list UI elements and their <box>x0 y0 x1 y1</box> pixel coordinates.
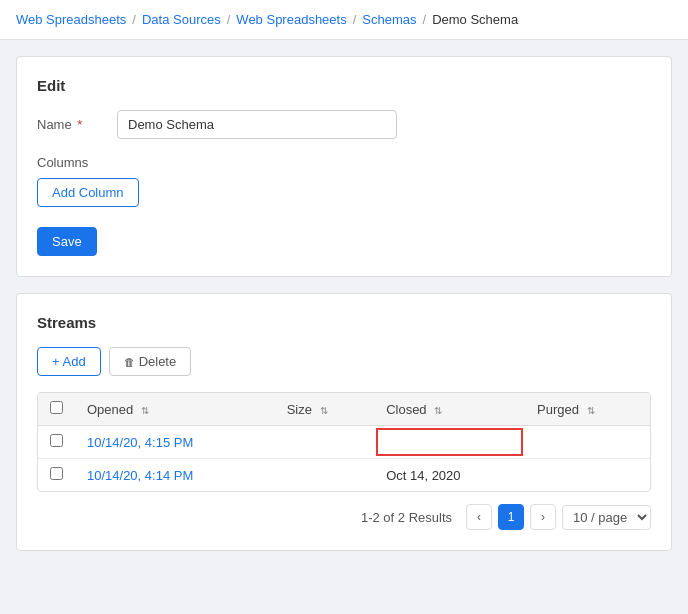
breadcrumb-sep-4: / <box>423 12 427 27</box>
row2-closed: Oct 14, 2020 <box>374 459 525 492</box>
row1-checkbox[interactable] <box>50 434 63 447</box>
trash-icon: 🗑 <box>124 356 135 368</box>
next-page-button[interactable]: › <box>530 504 556 530</box>
table-row: 10/14/20, 4:14 PM Oct 14, 2020 <box>38 459 650 492</box>
prev-page-button[interactable]: ‹ <box>466 504 492 530</box>
page-1-button[interactable]: 1 <box>498 504 524 530</box>
row1-checkbox-cell <box>38 426 75 459</box>
row1-opened[interactable]: 10/14/20, 4:15 PM <box>75 426 275 459</box>
row2-checkbox-cell <box>38 459 75 492</box>
header-purged: Purged ⇅ <box>525 393 650 426</box>
page-content: Edit Name * Columns Add Column Save Stre… <box>0 40 688 567</box>
row2-size <box>275 459 375 492</box>
streams-toolbar: + Add 🗑 Delete <box>37 347 651 376</box>
breadcrumb-schemas[interactable]: Schemas <box>362 12 416 27</box>
header-size: Size ⇅ <box>275 393 375 426</box>
required-star: * <box>74 117 83 132</box>
breadcrumb: Web Spreadsheets / Data Sources / Web Sp… <box>0 0 688 40</box>
header-opened: Opened ⇅ <box>75 393 275 426</box>
delete-stream-button[interactable]: 🗑 Delete <box>109 347 192 376</box>
add-column-button[interactable]: Add Column <box>37 178 139 207</box>
streams-table-body: 10/14/20, 4:15 PM 10/14/20, 4:14 PM <box>38 426 650 492</box>
row1-closed <box>374 426 525 459</box>
breadcrumb-sep-2: / <box>227 12 231 27</box>
name-form-row: Name * <box>37 110 651 139</box>
name-input[interactable] <box>117 110 397 139</box>
name-label: Name * <box>37 117 117 132</box>
purged-sort-icon[interactable]: ⇅ <box>587 405 595 416</box>
streams-table-wrapper: Opened ⇅ Size ⇅ Closed ⇅ Purged <box>37 392 651 492</box>
breadcrumb-sep-3: / <box>353 12 357 27</box>
edit-card: Edit Name * Columns Add Column Save <box>16 56 672 277</box>
closed-sort-icon[interactable]: ⇅ <box>434 405 442 416</box>
results-text: 1-2 of 2 Results <box>361 510 452 525</box>
save-button[interactable]: Save <box>37 227 97 256</box>
breadcrumb-data-sources[interactable]: Data Sources <box>142 12 221 27</box>
edit-title: Edit <box>37 77 651 94</box>
row1-purged <box>525 426 650 459</box>
breadcrumb-current: Demo Schema <box>432 12 518 27</box>
streams-card: Streams + Add 🗑 Delete Opened <box>16 293 672 551</box>
add-stream-button[interactable]: + Add <box>37 347 101 376</box>
breadcrumb-web-spreadsheets-2[interactable]: Web Spreadsheets <box>236 12 346 27</box>
streams-table: Opened ⇅ Size ⇅ Closed ⇅ Purged <box>38 393 650 491</box>
size-sort-icon[interactable]: ⇅ <box>320 405 328 416</box>
page-size-select[interactable]: 10 / page 25 / page 50 / page <box>562 505 651 530</box>
streams-title: Streams <box>37 314 651 331</box>
header-closed: Closed ⇅ <box>374 393 525 426</box>
breadcrumb-sep-1: / <box>132 12 136 27</box>
row2-checkbox[interactable] <box>50 467 63 480</box>
breadcrumb-web-spreadsheets[interactable]: Web Spreadsheets <box>16 12 126 27</box>
opened-sort-icon[interactable]: ⇅ <box>141 405 149 416</box>
header-checkbox-cell <box>38 393 75 426</box>
save-row: Save <box>37 227 651 256</box>
columns-label: Columns <box>37 155 651 170</box>
table-row: 10/14/20, 4:15 PM <box>38 426 650 459</box>
select-all-checkbox[interactable] <box>50 401 63 414</box>
row2-opened[interactable]: 10/14/20, 4:14 PM <box>75 459 275 492</box>
row1-size <box>275 426 375 459</box>
row2-purged <box>525 459 650 492</box>
pagination: 1-2 of 2 Results ‹ 1 › 10 / page 25 / pa… <box>37 504 651 530</box>
table-header-row: Opened ⇅ Size ⇅ Closed ⇅ Purged <box>38 393 650 426</box>
